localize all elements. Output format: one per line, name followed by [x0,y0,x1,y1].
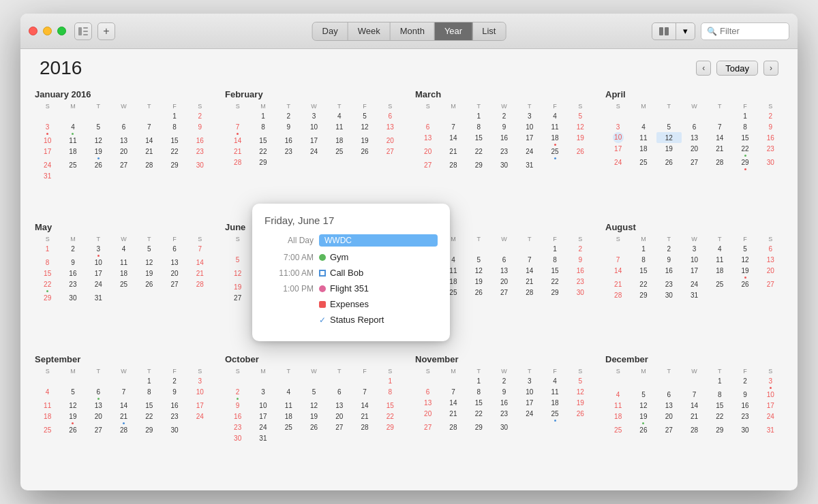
prev-year-button[interactable]: ‹ [696,61,711,76]
svg-rect-4 [659,27,663,35]
month-may: May SMTWTFS 1 2 3 4 5 6 7 8 9 10 11 12 1… [29,217,219,350]
popup-event-callbob[interactable]: 11:00 AM Call Bob [264,268,438,278]
view-week-button[interactable]: Week [348,22,391,40]
next-year-button[interactable]: › [763,61,778,76]
day-grid-april: 1 2 3 4 5 6 7 8 9 10 11 12 13 14 15 16 1… [605,110,783,181]
day-wrapper: 4 [60,121,85,135]
month-december: December SMTWTFS 123 45678910 1112131415… [599,349,789,482]
popup-allday-label: All Day [264,236,314,245]
gym-dot-icon [319,254,326,261]
day-cell[interactable]: 9 [187,121,213,132]
day-cell[interactable]: 12 [86,135,111,146]
day-cell[interactable]: 29 [162,159,187,170]
popup-event-flight[interactable]: 1:00 PM Flight 351 [264,283,438,294]
day-cell[interactable]: 18 [60,146,85,157]
titlebar: + Day Week Month Year List ▾ 🔍 [20,14,798,49]
filter-box[interactable]: 🔍 [701,22,789,40]
today-button[interactable]: Today [716,61,758,76]
day-cell[interactable]: 4 [71,121,75,132]
month-title-february: February [225,89,403,99]
day-cell[interactable]: 23 [187,146,213,157]
day-cell [162,170,187,181]
day-cell[interactable]: 2 [187,110,213,121]
close-button[interactable] [29,27,37,35]
month-february: February SMTWTFS 1 2 3 4 5 6 7 8 9 10 11… [219,84,409,217]
day-cell[interactable]: 22 [162,146,187,157]
dh-t2: T [136,102,162,110]
day-cell[interactable]: 19 [95,146,102,157]
month-march: March SMTWTFS 1 2 3 4 5 6 7 8 9 10 11 12… [409,84,599,217]
day-grid-february: 1 2 3 4 5 6 7 8 9 10 11 12 13 14 15 16 1… [225,110,403,168]
add-event-button[interactable]: + [97,22,115,40]
maximize-button[interactable] [57,27,66,35]
day-cell [86,170,111,181]
popup-event-callbob-name: Call Bob [330,268,363,278]
dh-s2: S [187,102,213,110]
flight-dot-icon [319,285,326,292]
day-cell[interactable]: 6 [111,121,136,132]
day-cell[interactable]: 13 [111,135,136,146]
day-cell[interactable]: 20 [111,146,136,157]
popup-event-flight-name: Flight 351 [330,283,369,294]
day-cell [60,170,85,181]
day-cell[interactable]: 28 [136,159,162,170]
day-cell[interactable]: 16 [187,135,213,146]
month-october: October SMTWTFS 1 2345678 9101112131415 … [219,349,409,482]
svg-rect-0 [78,27,82,35]
popup-title-date: June 17 [298,215,334,226]
day-cell[interactable]: 27 [111,159,136,170]
popup-time-gym: 7:00 AM [264,253,314,262]
day-cell [86,110,111,121]
popup-event-gym[interactable]: 7:00 AM Gym [264,252,438,262]
day-cell[interactable]: 7 [136,121,162,132]
popup-event-wwdc[interactable]: All Day WWDC [264,234,438,247]
day-cell[interactable]: 17 [35,146,60,157]
view-list-button[interactable]: List [472,22,505,40]
view-month-button[interactable]: Month [391,22,435,40]
layout-option-2[interactable]: ▾ [676,23,695,40]
day-grid-december: 123 45678910 11121314151617 181920212223… [605,375,783,435]
popup-title-bold: Friday, [264,215,295,226]
layout-segment[interactable]: ▾ [652,22,695,40]
layout-option-1[interactable] [652,23,676,40]
minimize-button[interactable] [43,27,52,35]
expenses-sq-icon [319,301,326,308]
month-august: August SMTWTFS 123456 78910111213 141516… [599,217,789,350]
day-cell[interactable]: 8 [162,121,187,132]
dh-f: F [162,102,187,110]
day-cell[interactable]: 15 [162,135,187,146]
popup-event-expenses-name: Expenses [330,299,369,309]
main-window: + Day Week Month Year List ▾ 🔍 [20,14,798,490]
month-april: April SMTWTFS 1 2 3 4 5 6 7 8 9 10 11 [599,84,789,217]
month-title-may: May [35,222,213,232]
day-cell[interactable]: 11 [60,135,85,146]
day-grid-january: 1 2 3 4 5 6 7 8 9 10 11 12 13 14 15 16 1… [35,110,213,181]
view-day-button[interactable]: Day [313,22,348,40]
day-cell[interactable]: 25 [60,159,85,170]
popup-event-expenses[interactable]: Expenses [264,299,438,309]
sidebar-toggle-button[interactable] [74,22,92,40]
dh-s: S [35,102,60,110]
day-cell[interactable]: 3 [46,121,50,132]
day-cell [111,110,136,121]
popup-event-status[interactable]: ✓ Status Report [264,315,438,325]
month-title-august: August [605,222,783,232]
day-cell[interactable]: 31 [35,170,60,181]
event-popup: Friday, June 17 All Day WWDC 7:00 AM Gym… [252,204,450,341]
day-cell[interactable]: 10 [35,135,60,146]
month-title-december: December [605,354,783,364]
month-title-march: March [415,89,593,99]
day-headers-january: S M T W T F S [35,102,213,110]
day-wrapper: 19 [86,146,111,159]
view-year-button[interactable]: Year [435,22,472,40]
filter-input[interactable] [720,26,783,36]
day-cell[interactable]: 1 [162,110,187,121]
svg-rect-2 [83,31,88,32]
day-cell[interactable]: 24 [35,159,60,170]
day-cell [136,170,162,181]
day-cell[interactable]: 26 [86,159,111,170]
day-cell[interactable]: 21 [136,146,162,157]
day-cell[interactable]: 5 [86,121,111,132]
day-cell[interactable]: 14 [136,135,162,146]
day-cell[interactable]: 30 [187,159,213,170]
